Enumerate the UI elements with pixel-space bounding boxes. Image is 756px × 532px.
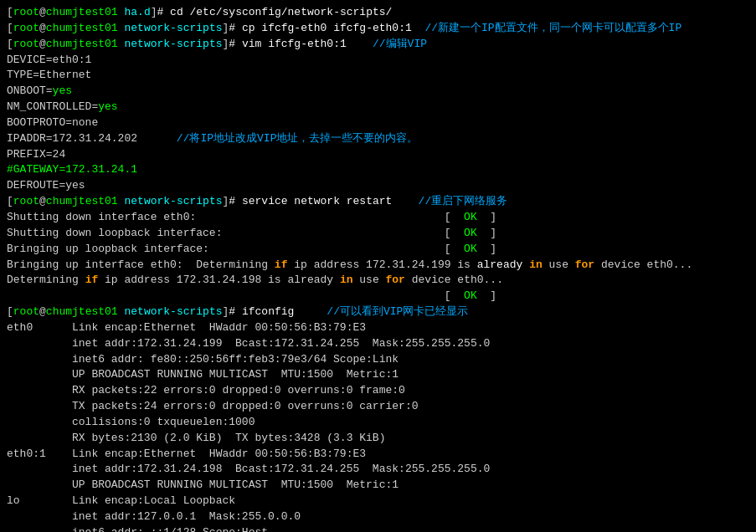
- terminal-line-28: RX bytes:2130 (2.0 KiB) TX bytes:3428 (3…: [7, 431, 749, 447]
- terminal-line-21: eth0 Link encap:Ethernet HWaddr 00:50:56…: [7, 320, 749, 336]
- terminal-line-12: DEFROUTE=yes: [7, 178, 749, 194]
- terminal-line-22: inet addr:172.31.24.199 Bcast:172.31.24.…: [7, 336, 749, 352]
- terminal-line-9: IPADDR=172.31.24.202 //将IP地址改成VIP地址，去掉一些…: [7, 131, 749, 147]
- terminal-line-33: inet addr:127.0.0.1 Mask:255.0.0.0: [7, 509, 749, 525]
- terminal-line-11: #GATEWAY=172.31.24.1: [7, 162, 749, 178]
- terminal-line-34: inet6 addr: ::1/128 Scope:Host: [7, 525, 749, 532]
- terminal-line-3: [root@chumjtest01 network-scripts]# vim …: [7, 37, 749, 53]
- terminal-line-15: Shutting down loopback interface: [ OK ]: [7, 226, 749, 242]
- terminal-line-5: TYPE=Ethernet: [7, 68, 749, 84]
- terminal-line-13: [root@chumjtest01 network-scripts]# serv…: [7, 194, 749, 210]
- terminal-line-1: [root@chumjtest01 ha.d]# cd /etc/sysconf…: [7, 5, 749, 21]
- terminal-line-20: [root@chumjtest01 network-scripts]# ifco…: [7, 304, 749, 320]
- terminal-line-16: Bringing up loopback interface: [ OK ]: [7, 242, 749, 258]
- terminal-line-26: TX packets:24 errors:0 dropped:0 overrun…: [7, 399, 749, 415]
- terminal-line-27: collisions:0 txqueuelen:1000: [7, 415, 749, 431]
- terminal-line-10: PREFIX=24: [7, 147, 749, 163]
- terminal-line-14: Shutting down interface eth0: [ OK ]: [7, 210, 749, 226]
- terminal-line-8: BOOTPROTO=none: [7, 115, 749, 131]
- terminal-line-7: NM_CONTROLLED=yes: [7, 100, 749, 115]
- terminal-line-31: UP BROADCAST RUNNING MULTICAST MTU:1500 …: [7, 478, 749, 494]
- terminal-line-32: lo Link encap:Local Loopback: [7, 494, 749, 509]
- terminal-line-2: [root@chumjtest01 network-scripts]# cp i…: [7, 21, 749, 37]
- terminal-line-25: RX packets:22 errors:0 dropped:0 overrun…: [7, 383, 749, 399]
- terminal-line-23: inet6 addr: fe80::250:56ff:feb3:79e3/64 …: [7, 352, 749, 368]
- terminal-line-6: ONBOOT=yes: [7, 84, 749, 100]
- terminal-line-19: [ OK ]: [7, 289, 749, 304]
- terminal-window: [root@chumjtest01 ha.d]# cd /etc/sysconf…: [7, 5, 749, 532]
- terminal-line-24: UP BROADCAST RUNNING MULTICAST MTU:1500 …: [7, 367, 749, 383]
- terminal-line-4: DEVICE=eth0:1: [7, 53, 749, 69]
- terminal-line-17: Bringing up interface eth0: Determining …: [7, 258, 749, 274]
- terminal-line-18: Determining if ip address 172.31.24.198 …: [7, 273, 749, 289]
- terminal-line-29: eth0:1 Link encap:Ethernet HWaddr 00:50:…: [7, 447, 749, 463]
- terminal-line-30: inet addr:172.31.24.198 Bcast:172.31.24.…: [7, 462, 749, 478]
